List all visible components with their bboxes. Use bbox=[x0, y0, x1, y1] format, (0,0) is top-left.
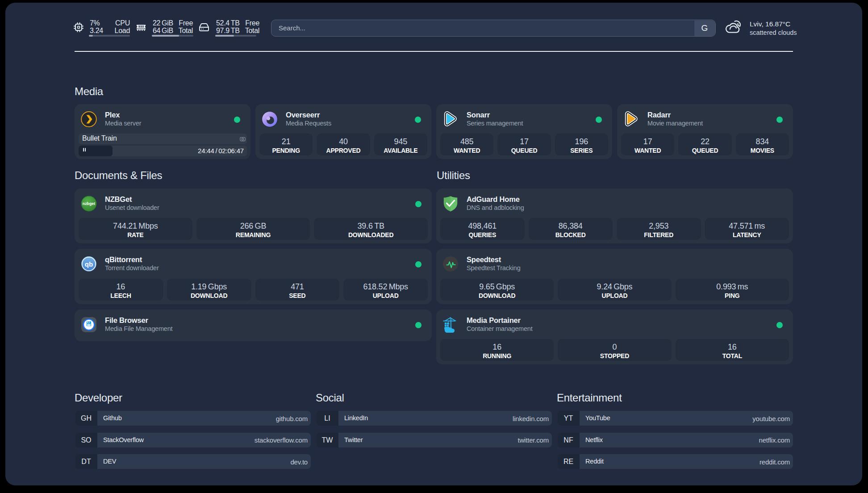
svg-text:qb: qb bbox=[85, 260, 93, 268]
svg-text:nzbget: nzbget bbox=[83, 201, 95, 206]
